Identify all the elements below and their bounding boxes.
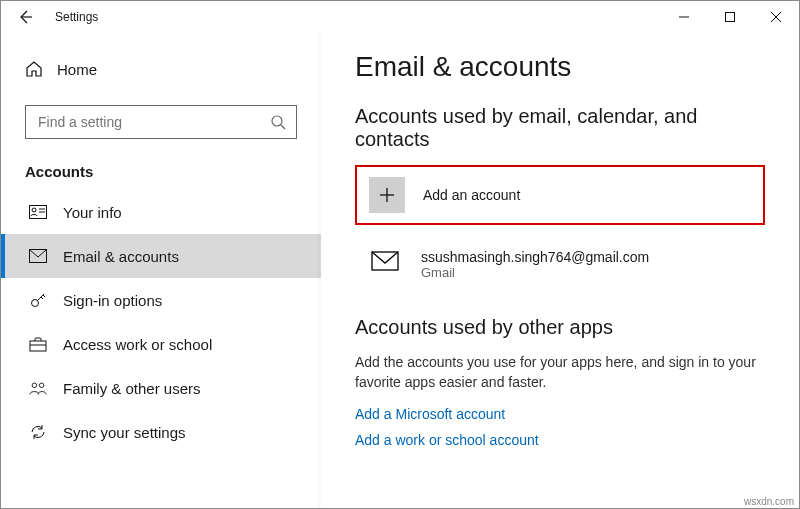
settings-window: Settings Home	[0, 0, 800, 509]
sidebar-item-family[interactable]: Family & other users	[1, 366, 321, 410]
mail-icon	[29, 249, 47, 263]
person-card-icon	[29, 205, 47, 219]
sidebar-item-label: Family & other users	[63, 380, 201, 397]
home-label: Home	[57, 61, 97, 78]
search-box[interactable]	[25, 105, 297, 139]
briefcase-icon	[29, 336, 47, 352]
envelope-icon	[367, 249, 403, 271]
people-icon	[29, 380, 47, 396]
sidebar-item-email-accounts[interactable]: Email & accounts	[1, 234, 321, 278]
window-controls	[661, 1, 799, 33]
account-email: ssushmasingh.singh764@gmail.com	[421, 249, 649, 265]
svg-point-14	[32, 383, 37, 388]
watermark: wsxdn.com	[744, 496, 794, 507]
add-account-button[interactable]: Add an account	[355, 165, 765, 225]
svg-line-5	[281, 125, 285, 129]
svg-rect-1	[726, 13, 735, 22]
sync-icon	[29, 423, 47, 441]
close-button[interactable]	[753, 1, 799, 33]
add-account-label: Add an account	[423, 187, 520, 203]
svg-rect-12	[30, 341, 46, 351]
sidebar-item-work-school[interactable]: Access work or school	[1, 322, 321, 366]
window-title: Settings	[49, 10, 98, 24]
svg-point-7	[32, 208, 36, 212]
account-entry[interactable]: ssushmasingh.singh764@gmail.com Gmail	[355, 245, 765, 298]
plus-icon	[369, 177, 405, 213]
sidebar-item-sync[interactable]: Sync your settings	[1, 410, 321, 454]
link-add-work-school-account[interactable]: Add a work or school account	[355, 432, 765, 448]
maximize-button[interactable]	[707, 1, 753, 33]
sidebar: Home Accounts Your info Email & acco	[1, 33, 321, 508]
titlebar: Settings	[1, 1, 799, 33]
link-add-microsoft-account[interactable]: Add a Microsoft account	[355, 406, 765, 422]
sidebar-item-label: Sync your settings	[63, 424, 186, 441]
search-input[interactable]	[36, 113, 270, 131]
minimize-button[interactable]	[661, 1, 707, 33]
home-nav[interactable]: Home	[1, 51, 321, 87]
sidebar-item-label: Your info	[63, 204, 122, 221]
section-heading-accounts-email: Accounts used by email, calendar, and co…	[355, 105, 765, 151]
section-heading-other-apps: Accounts used by other apps	[355, 316, 765, 339]
back-button[interactable]	[1, 1, 49, 33]
sidebar-item-your-info[interactable]: Your info	[1, 190, 321, 234]
account-provider: Gmail	[421, 265, 649, 280]
search-icon	[270, 114, 286, 130]
sidebar-item-label: Email & accounts	[63, 248, 179, 265]
svg-point-4	[272, 116, 282, 126]
svg-point-11	[32, 300, 39, 307]
sidebar-section-label: Accounts	[1, 153, 321, 190]
svg-point-15	[39, 383, 44, 388]
content-pane: Email & accounts Accounts used by email,…	[321, 33, 799, 508]
key-icon	[29, 291, 47, 309]
home-icon	[25, 60, 43, 78]
section-description: Add the accounts you use for your apps h…	[355, 353, 765, 392]
account-details: ssushmasingh.singh764@gmail.com Gmail	[421, 249, 649, 280]
page-title: Email & accounts	[355, 51, 765, 83]
sidebar-item-label: Access work or school	[63, 336, 212, 353]
sidebar-item-label: Sign-in options	[63, 292, 162, 309]
sidebar-item-sign-in-options[interactable]: Sign-in options	[1, 278, 321, 322]
body: Home Accounts Your info Email & acco	[1, 33, 799, 508]
